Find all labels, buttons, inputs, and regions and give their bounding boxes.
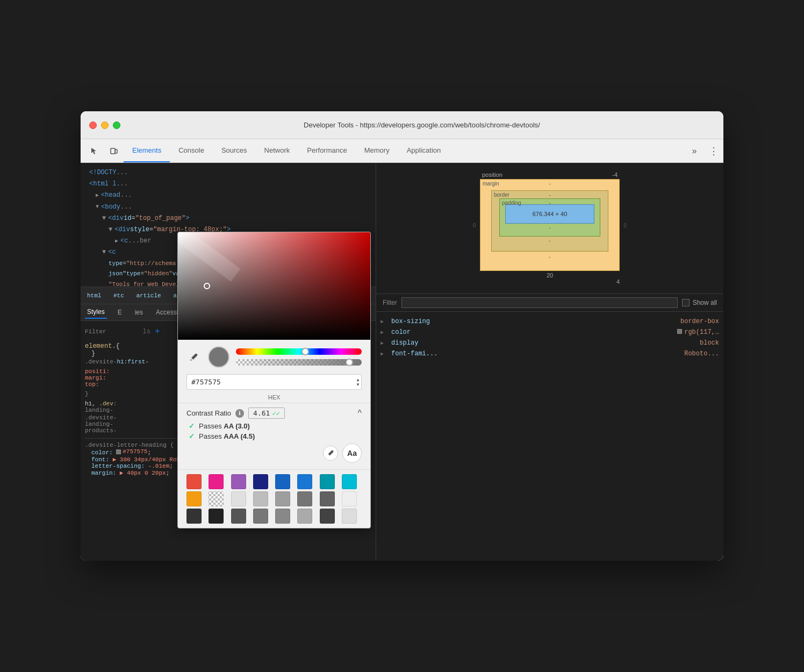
select-element-icon[interactable] [85, 139, 104, 162]
alpha-thumb[interactable] [346, 359, 353, 366]
hue-slider[interactable] [236, 348, 362, 355]
event-listeners-tab[interactable]: E [116, 306, 124, 318]
contrast-pass-aa: ✓ Passes AA (3.0) [189, 422, 362, 430]
add-style-button[interactable]: + [155, 327, 160, 337]
swatch-palegray[interactable] [342, 509, 357, 524]
text-preview-button[interactable]: Aa [342, 444, 362, 463]
contrast-passes: ✓ Passes AA (3.0) ✓ Passes AAA (4.5) [186, 422, 362, 440]
swatch-nearblack[interactable] [186, 509, 202, 524]
box-padding: padding - 676.344 × 40 - [499, 198, 600, 237]
color-preview [208, 346, 229, 368]
computed-filter-input[interactable] [401, 297, 678, 308]
eyedropper-button[interactable] [186, 349, 202, 364]
swatch-pink[interactable] [209, 474, 224, 489]
contrast-eyedropper-button[interactable] [323, 446, 338, 461]
swatch-gray1[interactable] [275, 491, 290, 506]
computed-row-box-sizing[interactable]: ▶ box-sizing border-box [381, 316, 719, 327]
swatch-midgray1[interactable] [253, 509, 268, 524]
swatch-lightgray1[interactable] [231, 491, 246, 506]
swatch-purple[interactable] [231, 474, 246, 489]
margin-right-val: 0 [623, 222, 627, 228]
swatch-charcoal[interactable] [320, 509, 335, 524]
dom-line: ▼<body... [81, 202, 376, 213]
computed-row-color[interactable]: ▶ color rgb(117,… [381, 327, 719, 338]
hue-thumb[interactable] [302, 348, 309, 355]
swatches-grid [186, 474, 362, 524]
breadcrumb-html[interactable]: html [85, 291, 103, 300]
contrast-header: Contrast Ratio ℹ 4.61 ✓✓ ^ [186, 408, 362, 419]
hex-input-container: ▲ ▼ [186, 374, 362, 390]
styles-tab[interactable]: Styles [85, 306, 107, 319]
swatch-darkgray2[interactable] [231, 509, 246, 524]
swatch-midgray2[interactable] [275, 509, 290, 524]
contrast-ratio-box: 4.61 ✓✓ [248, 408, 285, 419]
computed-filter-row: Filter Show all [376, 294, 723, 312]
swatch-transparent[interactable] [209, 491, 224, 506]
breadcrumb-tc[interactable]: #tc [111, 291, 126, 300]
contrast-expand-icon[interactable]: ^ [357, 409, 362, 418]
margin-label: margin [483, 181, 499, 187]
swatch-blue2[interactable] [297, 474, 312, 489]
tab-memory[interactable]: Memory [356, 139, 398, 162]
dom-line: <!DOCTY... [81, 167, 376, 178]
minimize-button[interactable] [101, 121, 109, 129]
hex-input[interactable] [187, 375, 355, 389]
margin-top-val: - [549, 181, 550, 187]
swatch-teal[interactable] [320, 474, 335, 489]
contrast-pass-aaa: ✓ Passes AAA (4.5) [189, 432, 362, 440]
hex-format-label: HEX [178, 394, 370, 403]
down-arrow-icon[interactable]: ▼ [356, 382, 360, 387]
alpha-slider[interactable] [236, 359, 362, 366]
color-picker: ▲ ▼ HEX Contrast Ratio ℹ 4.61 ✓✓ ^ [177, 232, 371, 528]
swatch-darkblue[interactable] [253, 474, 268, 489]
swatch-orange[interactable] [186, 491, 202, 506]
dom-line: ▶<head... [81, 190, 376, 201]
titlebar: Developer Tools - https://developers.goo… [81, 111, 723, 139]
computed-filter-label: Filter [383, 299, 397, 306]
tab-application[interactable]: Application [398, 139, 450, 162]
traffic-lights [89, 121, 120, 129]
swatch-darkgray1[interactable] [320, 491, 335, 506]
kebab-menu-button[interactable]: ⋮ [704, 139, 723, 162]
devtools-tabs-bar: Elements Console Sources Network Perform… [81, 139, 723, 163]
swatch-verylightgray[interactable] [342, 491, 357, 506]
swatch-gray2[interactable] [297, 491, 312, 506]
contrast-section: Contrast Ratio ℹ 4.61 ✓✓ ^ ✓ Passes AA (… [178, 403, 370, 469]
expand-icon: ▶ [381, 340, 387, 346]
expand-icon: ▶ [381, 318, 387, 325]
tab-network[interactable]: Network [256, 139, 299, 162]
box-margin: margin - border - padding - [480, 179, 620, 271]
swatch-lightgray2[interactable] [253, 491, 268, 506]
more-tabs-button[interactable]: » [685, 139, 704, 162]
svg-rect-1 [115, 149, 117, 153]
swatch-cyan[interactable] [342, 474, 357, 489]
color-gradient-area[interactable] [178, 232, 370, 340]
position-value: -4 [612, 171, 618, 178]
computed-row-font[interactable]: ▶ font-fami... Roboto... [381, 348, 719, 359]
tab-sources[interactable]: Sources [213, 139, 256, 162]
maximize-button[interactable] [113, 121, 120, 129]
device-toolbar-icon[interactable] [104, 139, 124, 162]
contrast-label: Contrast Ratio [186, 409, 231, 417]
swatch-lightgray3[interactable] [297, 509, 312, 524]
swatch-black[interactable] [209, 509, 224, 524]
close-button[interactable] [89, 121, 97, 129]
check-aaa-icon: ✓ [189, 432, 195, 440]
contrast-checks: ✓✓ [272, 410, 279, 417]
tab-elements[interactable]: Elements [124, 139, 170, 162]
devtools-window: Developer Tools - https://developers.goo… [81, 111, 723, 561]
breadcrumb-article[interactable]: article [134, 291, 163, 300]
check-aa-icon: ✓ [189, 422, 195, 430]
computed-row-display[interactable]: ▶ display block [381, 338, 719, 348]
hex-arrows[interactable]: ▲ ▼ [355, 376, 361, 388]
swatch-red[interactable] [186, 474, 202, 489]
properties-tab[interactable]: ies [133, 306, 145, 318]
tab-console[interactable]: Console [170, 139, 213, 162]
margin-left-val: 0 [473, 222, 476, 228]
contrast-info-icon[interactable]: ℹ [235, 409, 244, 418]
contrast-actions: Aa [186, 444, 362, 463]
tab-performance[interactable]: Performance [298, 139, 355, 162]
up-arrow-icon[interactable]: ▲ [356, 377, 360, 382]
show-all-checkbox[interactable] [682, 299, 690, 306]
swatch-blue1[interactable] [275, 474, 290, 489]
